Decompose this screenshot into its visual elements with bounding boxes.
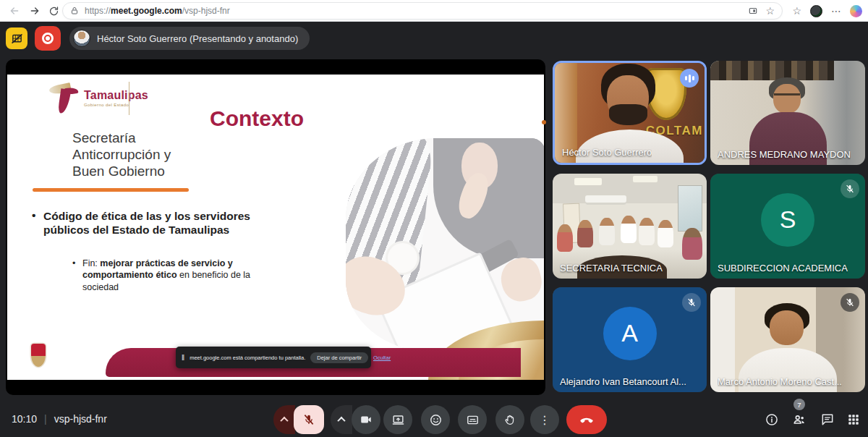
logo-divider — [129, 82, 129, 115]
record-indicator-icon — [42, 33, 54, 44]
stop-sharing-button[interactable]: Dejar de compartir — [310, 352, 368, 363]
logo-sub-text: Gobierno del Estado — [84, 103, 148, 107]
presentation-slide: Tamaulipas Gobierno del Estado Contexto … — [7, 75, 544, 380]
slide-title: Contexto — [210, 106, 304, 131]
participant-tile-andres[interactable]: ANDRES MEDRANO MAYDON — [710, 61, 865, 165]
presenter-avatar — [73, 30, 90, 47]
logo-brand-text: Tamaulipas — [84, 89, 148, 102]
present-button[interactable] — [383, 405, 412, 434]
participant-tile-secretaria-tecnica[interactable]: SECRETARIA TECNICA — [553, 174, 707, 279]
url-path: /vsp-hjsd-fnr — [182, 6, 230, 16]
refresh-icon — [48, 6, 59, 17]
people-icon — [791, 412, 807, 428]
copilot-icon[interactable] — [850, 5, 862, 17]
mic-options-button[interactable] — [273, 405, 295, 434]
collections-icon[interactable]: ☆ — [792, 6, 801, 16]
participant-name: Marco Antonio Moreno Cast... — [718, 376, 842, 387]
toast-message: meet.google.com está compartiendo tu pan… — [190, 355, 305, 361]
mic-button[interactable] — [294, 405, 324, 434]
annotation-cursor-dot — [542, 120, 546, 124]
participants-count-badge: 7 — [793, 399, 805, 410]
more-options-icon: ⋮ — [539, 413, 550, 427]
browser-toolbar: https://meet.google.com/vsp-hjsd-fnr ☆ ☆… — [0, 0, 868, 22]
avatar-initial: A — [621, 319, 638, 347]
split-screen-icon[interactable] — [748, 6, 758, 16]
screen-share-tile[interactable]: Tamaulipas Gobierno del Estado Contexto … — [6, 59, 545, 395]
reactions-button[interactable] — [421, 405, 450, 434]
browser-menu-icon[interactable]: ⋯ — [831, 6, 841, 16]
raise-hand-icon — [503, 413, 517, 427]
info-icon — [765, 412, 779, 427]
chevron-up-icon — [337, 417, 345, 425]
hide-toast-link[interactable]: Ocultar — [373, 355, 391, 361]
reactions-icon — [429, 413, 443, 427]
clock-time: 10:10 — [12, 413, 37, 425]
chat-button[interactable] — [817, 410, 838, 430]
participant-tile-hector[interactable]: COLTAM Héctor Soto Guerrero — [553, 61, 707, 165]
audio-level-icon — [680, 69, 699, 88]
meet-control-bar: 10:10 | vsp-hjsd-fnr ⋮ — [0, 402, 868, 437]
tamaulipas-logo-icon — [49, 83, 82, 115]
lock-icon — [70, 7, 79, 15]
mic-off-icon — [302, 413, 315, 426]
back-button[interactable] — [6, 2, 23, 20]
presenter-chip-label: Héctor Soto Guerrero (Presentando y anot… — [97, 33, 298, 44]
org-line: Secretaría — [72, 130, 171, 146]
mic-off-icon — [682, 293, 701, 312]
org-line: Buen Gobierno — [72, 163, 171, 179]
org-underline — [33, 188, 189, 192]
slide-stock-photo — [346, 138, 544, 352]
raise-hand-button[interactable] — [495, 405, 524, 434]
url-scheme: https:// — [85, 6, 111, 16]
activities-button[interactable] — [843, 410, 864, 430]
slide-bullet-1: Código de ética de las y los servidores … — [43, 209, 265, 237]
url-text: https://meet.google.com/vsp-hjsd-fnr — [85, 6, 748, 16]
meta-divider: | — [44, 413, 47, 425]
camera-button[interactable] — [352, 405, 380, 434]
favorite-star-icon[interactable]: ☆ — [765, 6, 775, 16]
back-icon — [9, 5, 20, 17]
url-host: meet.google.com — [111, 6, 182, 16]
participant-name: Héctor Soto Guerrero — [562, 147, 652, 158]
participant-tile-marco[interactable]: Marco Antonio Moreno Cast... — [710, 287, 865, 392]
org-name: Secretaría Anticorrupción y Buen Gobiern… — [72, 130, 171, 180]
bullet2-prefix: Fin: — [82, 258, 100, 268]
end-call-button[interactable] — [566, 405, 607, 434]
camera-icon — [359, 413, 373, 426]
screen-share-toast: ‖ meet.google.com está compartiendo tu p… — [176, 347, 371, 368]
forward-icon — [29, 5, 41, 17]
google-meet-window: https://meet.google.com/vsp-hjsd-fnr ☆ ☆… — [0, 0, 868, 437]
participant-name: SECRETARIA TECNICA — [560, 263, 663, 273]
captions-icon — [466, 413, 480, 427]
participant-name: ANDRES MEDRANO MAYDON — [718, 149, 851, 160]
org-line: Anticorrupción y — [72, 146, 171, 163]
avatar-initial: S — [780, 205, 796, 234]
meeting-code: vsp-hjsd-fnr — [54, 413, 107, 425]
forward-button[interactable] — [26, 2, 43, 20]
sharing-icon: ‖ — [182, 354, 184, 362]
meet-top-bar: Héctor Soto Guerrero (Presentando y anot… — [0, 22, 868, 54]
refresh-button[interactable] — [45, 2, 62, 20]
participant-name: SUBDIRECCION ACADEMICA — [718, 263, 848, 273]
avatar: S — [761, 193, 814, 247]
mic-off-icon — [841, 179, 859, 198]
participant-tile-subdireccion[interactable]: S SUBDIRECCION ACADEMICA — [710, 174, 865, 279]
participant-tile-alejandro[interactable]: A Alejandro Ivan Betancourt Al... — [553, 287, 707, 392]
profile-avatar[interactable] — [810, 5, 822, 17]
record-button[interactable] — [35, 26, 61, 51]
annotation-button[interactable] — [6, 27, 27, 49]
chat-icon — [820, 412, 835, 427]
participant-name: Alejandro Ivan Betancourt Al... — [560, 376, 686, 387]
camera-options-button[interactable] — [331, 405, 352, 434]
chevron-up-icon — [280, 417, 288, 425]
meeting-details-button[interactable] — [762, 410, 782, 430]
presenter-chip[interactable]: Héctor Soto Guerrero (Presentando y anot… — [69, 27, 310, 50]
end-call-icon — [579, 412, 595, 428]
more-options-button[interactable]: ⋮ — [530, 405, 559, 434]
people-button[interactable] — [789, 410, 809, 430]
address-bar[interactable]: https://meet.google.com/vsp-hjsd-fnr ☆ — [62, 2, 783, 20]
annotation-icon — [11, 33, 23, 45]
captions-button[interactable] — [458, 405, 487, 434]
slide-bullet-2: Fin: mejorar prácticas de servicio y com… — [82, 258, 268, 293]
slide-crest-icon — [31, 344, 46, 367]
